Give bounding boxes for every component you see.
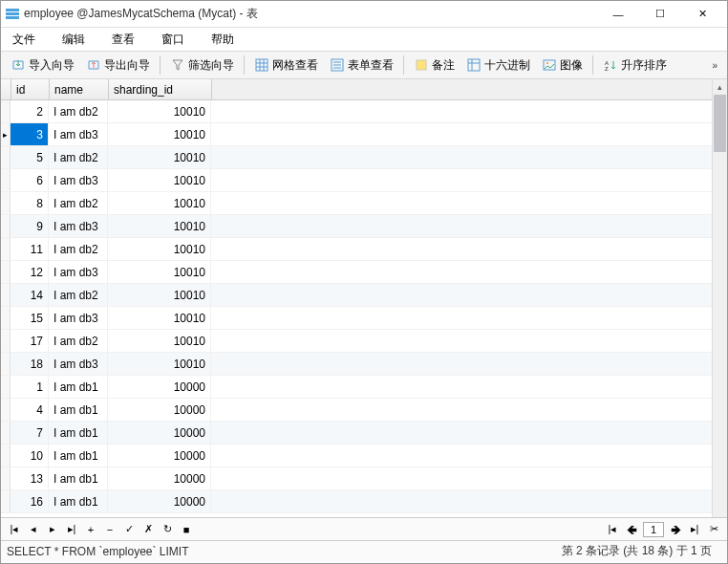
cell-name[interactable]: I am db3 <box>49 123 108 145</box>
table-row[interactable]: 4I am db110000 <box>1 399 712 422</box>
cell-sharding-id[interactable]: 10010 <box>108 238 211 260</box>
image-button[interactable]: 图像 <box>537 55 588 76</box>
sort-asc-button[interactable]: AZ升序排序 <box>598 55 672 76</box>
cell-name[interactable]: I am db1 <box>49 399 108 421</box>
export-wizard-button[interactable]: 导出向导 <box>81 55 155 76</box>
cell-sharding-id[interactable]: 10010 <box>108 330 211 352</box>
close-button[interactable]: ✕ <box>681 2 723 27</box>
cell-name[interactable]: I am db2 <box>49 238 108 260</box>
cell-sharding-id[interactable]: 10000 <box>108 445 211 466</box>
cell-id[interactable]: 3 <box>11 123 49 145</box>
table-row[interactable]: 18I am db310010 <box>1 353 712 376</box>
page-input[interactable] <box>643 522 664 537</box>
cell-id[interactable]: 14 <box>11 284 49 306</box>
prev-page-button[interactable]: 🡸 <box>623 521 640 538</box>
column-name[interactable]: name <box>50 79 109 99</box>
settings-button[interactable]: ✂ <box>705 521 722 538</box>
cell-sharding-id[interactable]: 10000 <box>108 422 211 444</box>
scroll-thumb[interactable] <box>714 95 726 152</box>
menu-file[interactable]: 文件 <box>7 30 41 50</box>
first-record-button[interactable]: |◂ <box>6 521 23 538</box>
maximize-button[interactable]: ☐ <box>639 2 681 27</box>
cell-id[interactable]: 7 <box>11 422 49 444</box>
cell-name[interactable]: I am db1 <box>49 467 108 489</box>
cell-id[interactable]: 17 <box>11 330 49 352</box>
cell-sharding-id[interactable]: 10010 <box>108 192 211 214</box>
cell-id[interactable]: 8 <box>11 192 49 214</box>
scroll-up-arrow[interactable]: ▴ <box>713 79 727 95</box>
row-selector-header[interactable] <box>1 79 11 99</box>
menu-edit[interactable]: 编辑 <box>56 30 91 50</box>
cell-name[interactable]: I am db2 <box>49 330 108 352</box>
table-row[interactable]: 8I am db210010 <box>1 192 712 215</box>
cell-id[interactable]: 2 <box>11 100 49 122</box>
table-row[interactable]: 5I am db210010 <box>1 146 712 169</box>
cell-name[interactable]: I am db2 <box>49 100 108 122</box>
cell-id[interactable]: 11 <box>11 238 49 260</box>
menu-help[interactable]: 帮助 <box>205 30 240 50</box>
cell-id[interactable]: 16 <box>11 490 49 512</box>
cell-name[interactable]: I am db2 <box>49 284 108 306</box>
table-row[interactable]: 17I am db210010 <box>1 330 712 353</box>
filter-wizard-button[interactable]: 筛选向导 <box>165 55 239 76</box>
table-row[interactable]: 6I am db310010 <box>1 169 712 192</box>
table-row[interactable]: ▸3I am db310010 <box>1 123 712 146</box>
delete-record-button[interactable]: − <box>101 521 118 538</box>
table-row[interactable]: 9I am db310010 <box>1 215 712 238</box>
cell-sharding-id[interactable]: 10000 <box>108 467 211 489</box>
prev-record-button[interactable]: ◂ <box>25 521 42 538</box>
cell-id[interactable]: 15 <box>11 307 49 329</box>
refresh-button[interactable]: ↻ <box>159 521 176 538</box>
table-row[interactable]: 14I am db210010 <box>1 284 712 307</box>
cell-name[interactable]: I am db2 <box>49 192 108 214</box>
column-sharding-id[interactable]: sharding_id <box>109 79 212 99</box>
cell-sharding-id[interactable]: 10010 <box>108 307 211 329</box>
last-record-button[interactable]: ▸| <box>63 521 80 538</box>
table-row[interactable]: 15I am db310010 <box>1 307 712 330</box>
column-id[interactable]: id <box>11 79 50 99</box>
cell-sharding-id[interactable]: 10000 <box>108 490 211 512</box>
table-row[interactable]: 12I am db310010 <box>1 261 712 284</box>
cell-id[interactable]: 6 <box>11 169 49 191</box>
cell-sharding-id[interactable]: 10010 <box>108 215 211 237</box>
cell-name[interactable]: I am db2 <box>49 146 108 168</box>
cell-id[interactable]: 18 <box>11 353 49 375</box>
cell-name[interactable]: I am db1 <box>49 422 108 444</box>
next-record-button[interactable]: ▸ <box>44 521 61 538</box>
grid-view-button[interactable]: 网格查看 <box>249 55 323 76</box>
next-page-button[interactable]: 🡺 <box>667 521 684 538</box>
cancel-button[interactable]: ✗ <box>139 521 157 538</box>
hex-button[interactable]: 十六进制 <box>461 55 535 76</box>
cell-id[interactable]: 5 <box>11 146 49 168</box>
cell-name[interactable]: I am db3 <box>49 169 108 191</box>
first-page-button[interactable]: |◂ <box>604 521 621 538</box>
cell-sharding-id[interactable]: 10000 <box>108 376 211 398</box>
note-button[interactable]: 备注 <box>409 55 460 76</box>
cell-sharding-id[interactable]: 10010 <box>108 123 211 145</box>
table-row[interactable]: 13I am db110000 <box>1 467 712 490</box>
table-row[interactable]: 2I am db210010 <box>1 100 712 123</box>
cell-id[interactable]: 10 <box>11 445 49 466</box>
stop-button[interactable]: ■ <box>178 521 195 538</box>
cell-sharding-id[interactable]: 10010 <box>108 261 211 283</box>
table-row[interactable]: 16I am db110000 <box>1 490 712 513</box>
table-row[interactable]: 10I am db110000 <box>1 445 712 467</box>
cell-sharding-id[interactable]: 10010 <box>108 146 211 168</box>
cell-sharding-id[interactable]: 10010 <box>108 100 211 122</box>
cell-id[interactable]: 4 <box>11 399 49 421</box>
table-row[interactable]: 11I am db210010 <box>1 238 712 261</box>
cell-sharding-id[interactable]: 10010 <box>108 353 211 375</box>
import-wizard-button[interactable]: 导入向导 <box>6 55 79 76</box>
cell-name[interactable]: I am db1 <box>49 376 108 398</box>
toolbar-overflow-button[interactable]: » <box>706 58 723 73</box>
cell-name[interactable]: I am db1 <box>49 490 108 512</box>
cell-id[interactable]: 13 <box>11 467 49 489</box>
vertical-scrollbar[interactable]: ▴ <box>712 79 727 517</box>
cell-name[interactable]: I am db1 <box>49 445 108 466</box>
form-view-button[interactable]: 表单查看 <box>325 55 398 76</box>
menu-window[interactable]: 窗口 <box>156 30 190 50</box>
cell-sharding-id[interactable]: 10010 <box>108 284 211 306</box>
table-row[interactable]: 1I am db110000 <box>1 376 712 399</box>
add-record-button[interactable]: + <box>82 521 99 538</box>
table-row[interactable]: 7I am db110000 <box>1 422 712 445</box>
